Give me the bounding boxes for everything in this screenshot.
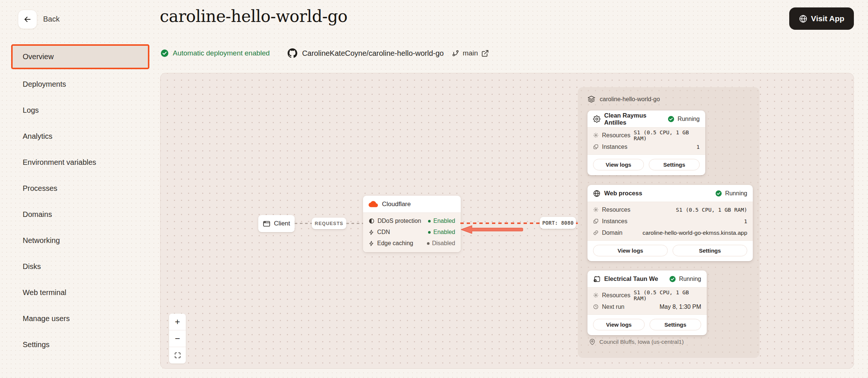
lightning-icon — [369, 241, 374, 246]
row-value: S1 (0.5 CPU, 1 GB RAM) — [676, 207, 747, 213]
row-label: Domain — [602, 230, 622, 236]
sidebar-item-logs[interactable]: Logs — [11, 97, 149, 123]
view-logs-button[interactable]: View logs — [593, 245, 668, 256]
cloudflare-card: Cloudflare DDoS protection Enabled CDN E… — [363, 196, 461, 252]
sidebar-item-networking[interactable]: Networking — [11, 227, 149, 253]
git-branch-icon — [452, 49, 459, 57]
settings-button[interactable]: Settings — [673, 245, 747, 256]
process-card-footer: View logs Settings — [587, 155, 705, 175]
row-label: Resources — [602, 132, 630, 139]
sidebar-item-environment-variables[interactable]: Environment variables — [11, 149, 149, 175]
process-card-header: Electrical Taun We Running — [587, 270, 707, 287]
row-value: 1 — [696, 144, 700, 150]
gear-icon — [593, 115, 600, 123]
row-value: 1 — [744, 218, 747, 224]
row-value: S1 (0.5 CPU, 1 GB RAM) — [634, 129, 700, 141]
sidebar-item-deployments[interactable]: Deployments — [11, 71, 149, 97]
client-label: Client — [274, 220, 290, 227]
status-text: Disabled — [432, 240, 455, 247]
process-card-footer: View logs Settings — [587, 241, 753, 261]
browser-window-icon — [263, 220, 271, 228]
sidebar-item-manage-users[interactable]: Manage users — [11, 305, 149, 331]
row-label: Resources — [602, 206, 630, 213]
app-group-header: caroline-hello-world-go — [587, 95, 660, 103]
sidebar-item-web-terminal[interactable]: Web terminal — [11, 279, 149, 305]
view-logs-button[interactable]: View logs — [593, 319, 645, 330]
status-label: Running — [725, 190, 747, 197]
process-card-body: Resources S1 (0.5 CPU, 1 GB RAM) Instanc… — [587, 202, 753, 241]
sidebar-item-label: Environment variables — [23, 158, 96, 167]
sidebar-item-label: Overview — [23, 52, 54, 61]
cloudflare-title: Cloudflare — [382, 201, 411, 208]
zoom-in-button[interactable]: + — [169, 314, 186, 330]
sidebar-item-label: Analytics — [23, 132, 52, 141]
instances-row: Instances 1 — [593, 215, 747, 227]
sidebar-item-label: Networking — [23, 236, 60, 245]
status-dot — [428, 220, 431, 222]
process-title: Clean Raymus Antilles — [604, 112, 664, 126]
arrow-left-icon — [23, 15, 32, 24]
resources-row: Resources S1 (0.5 CPU, 1 GB RAM) — [593, 129, 700, 141]
link-icon — [593, 230, 599, 236]
minus-icon: − — [175, 333, 180, 344]
map-pin-icon — [589, 339, 596, 345]
sidebar-item-processes[interactable]: Processes — [11, 175, 149, 201]
sidebar-item-analytics[interactable]: Analytics — [11, 123, 149, 149]
sidebar-item-disks[interactable]: Disks — [11, 253, 149, 279]
status-row: Automatic deployment enabled CarolineKat… — [161, 48, 489, 59]
sidebar-item-overview[interactable]: Overview — [11, 44, 149, 69]
check-circle-icon — [161, 49, 169, 57]
check-circle-icon — [668, 116, 674, 122]
fit-view-button[interactable] — [169, 347, 186, 363]
zoom-out-button[interactable]: − — [169, 330, 186, 347]
layers-icon — [587, 95, 595, 103]
status-badge: Running — [668, 116, 700, 122]
check-circle-icon — [715, 190, 722, 197]
status-label: Running — [677, 116, 700, 122]
port-flow-line — [460, 222, 540, 224]
sidebar-item-label: Deployments — [23, 80, 66, 89]
auto-deploy-status: Automatic deployment enabled — [161, 49, 270, 57]
gear-small-icon — [593, 292, 599, 298]
settings-button[interactable]: Settings — [650, 319, 701, 330]
process-card-web-process: Web process Running Resources S1 (0.5 CP… — [587, 185, 753, 261]
process-card-electrical-taun-we: Electrical Taun We Running Resources S1 … — [587, 270, 707, 335]
process-card-body: Resources S1 (0.5 CPU, 1 GB RAM) Instanc… — [587, 127, 705, 155]
view-logs-button[interactable]: View logs — [593, 159, 644, 170]
cloudflare-feature-row: CDN Enabled — [369, 227, 455, 238]
clock-icon — [593, 304, 599, 310]
requests-label: REQUESTS — [312, 218, 346, 229]
domain-row: Domain caroline-hello-world-go-ekmss.kin… — [593, 227, 747, 238]
feature-label: Edge caching — [377, 240, 413, 247]
status-badge: Running — [669, 276, 701, 282]
gear-small-icon — [593, 207, 599, 212]
sidebar-item-label: Manage users — [23, 314, 70, 323]
feature-status: Enabled — [428, 218, 455, 224]
settings-button[interactable]: Settings — [649, 159, 700, 170]
status-badge: Running — [715, 190, 747, 197]
sidebar-item-label: Disks — [23, 262, 41, 271]
sidebar-item-domains[interactable]: Domains — [11, 201, 149, 227]
request-flow-line — [295, 223, 312, 224]
visit-app-button[interactable]: Visit App — [789, 7, 854, 30]
row-value: S1 (0.5 CPU, 1 GB RAM) — [634, 289, 701, 301]
back-button[interactable] — [18, 10, 37, 29]
check-circle-icon — [669, 276, 676, 282]
visit-app-label: Visit App — [811, 14, 845, 23]
plus-icon: + — [175, 317, 180, 327]
sidebar-nav: Overview Deployments Logs Analytics Envi… — [11, 44, 149, 358]
cloudflare-features: DDoS protection Enabled CDN Enabled Edge… — [363, 212, 461, 252]
cloudflare-card-header: Cloudflare — [363, 196, 461, 212]
deployment-diagram-canvas[interactable]: Client REQUESTS Cloudflare DDoS protecti… — [160, 73, 854, 369]
process-title: Web process — [604, 190, 642, 197]
external-link-icon[interactable] — [481, 49, 489, 57]
sidebar-item-settings[interactable]: Settings — [11, 331, 149, 358]
process-title: Electrical Taun We — [604, 275, 658, 282]
feature-status: Enabled — [428, 229, 455, 236]
instances-icon — [593, 218, 599, 224]
repo-name: CarolineKateCoyne/caroline-hello-world-g… — [302, 49, 444, 58]
row-label: Instances — [602, 144, 627, 150]
row-label: Resources — [602, 292, 630, 299]
row-label: Next run — [602, 304, 624, 310]
resources-row: Resources S1 (0.5 CPU, 1 GB RAM) — [593, 204, 747, 215]
